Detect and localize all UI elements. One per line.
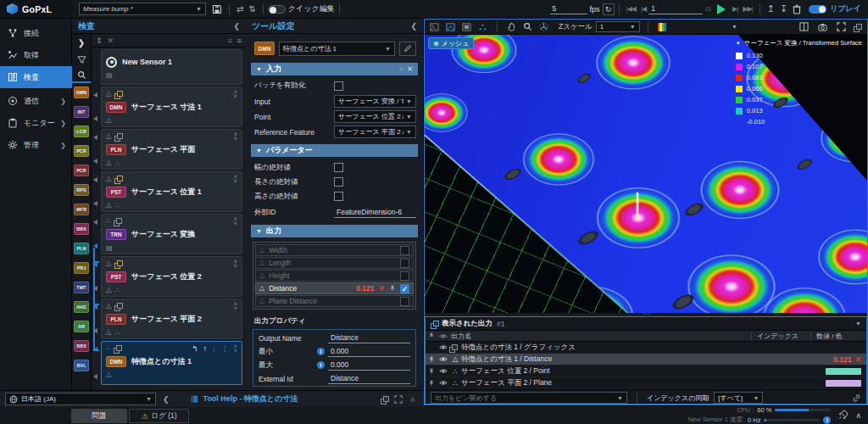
length-absolute-checkbox[interactable] [334,177,343,187]
external-id-input[interactable]: FeatureDimension-6 [334,208,416,218]
sidebar-item-inspect[interactable]: 検査 [0,66,72,88]
tool-help-link[interactable]: Tool Help - 特徴点との寸法 [203,393,298,404]
pin-icon[interactable] [426,368,437,375]
tool-badge-bvl[interactable]: BVL [74,360,89,371]
external-id-prop-input[interactable]: Distance [328,374,410,384]
frame-input[interactable]: 1 [648,4,703,14]
tool-badge-mfr[interactable]: MFR [74,204,89,215]
sensor-card[interactable]: New Sensor 1 ▤ [101,49,242,85]
eye-icon[interactable] [437,380,449,386]
filter-icon[interactable] [72,51,91,68]
tool-card-surface-plane[interactable]: △∧∨ PLNサーフェース 平面 △∴ [101,129,242,170]
next-frame-button[interactable]: ▶| [730,5,740,13]
output-item-height[interactable]: △ Height [255,270,414,282]
reorder-icon[interactable]: ∧∨ [234,302,237,310]
move-down-icon[interactable]: ↓ [212,344,216,353]
surface-3d-viewport[interactable]: ⊕ メッシュ ▼ サーフェース 変換 / Transformed Surface… [425,35,867,313]
swap-vertical-icon[interactable]: ⇅ [246,4,258,14]
tool-card-surface-position-1[interactable]: △∧∨ PSTサーフェース 位置 1 △∴ [101,171,242,212]
tool-badge-bbx[interactable]: BBX [74,223,89,235]
image-view-icon[interactable] [428,21,441,33]
surface-view-icon[interactable] [460,21,473,33]
colormap-palette-icon[interactable] [656,21,669,33]
search-icon[interactable] [72,68,91,83]
selected-tool-select[interactable]: 特徴点との寸法 1 ▼ [279,42,395,56]
pin-output-combobox[interactable]: 出力をピン留めする ▼ [431,392,627,404]
height-absolute-checkbox[interactable] [334,192,343,201]
max-input[interactable]: 0.000 [328,360,410,371]
zoom-icon[interactable] [521,21,534,33]
performance-rocket-icon[interactable] [837,410,849,421]
link-icon[interactable] [852,393,861,403]
tool-card-surface-plane-2[interactable]: △∧∨ PLNサーフェース 平面 2 △∴ [101,298,242,339]
output-row-distance[interactable]: △ 特徴点との寸法 1 / Distance 0.121✕ [426,354,866,365]
tool-badge-tmt[interactable]: TMT [74,282,89,293]
reorder-icon[interactable]: ∧∨ [234,90,237,98]
reorder-icon[interactable]: ∧∨ [234,259,237,268]
last-frame-button[interactable]: ▶▶| [740,5,754,13]
info-icon[interactable]: i [823,416,831,424]
download-icon[interactable]: ↧ [777,3,790,14]
move-up-icon[interactable]: ↑ [203,344,208,353]
batch-enable-checkbox[interactable] [334,81,343,91]
reorder-icon[interactable]: ∧∨ [234,132,237,141]
loop-playback-button[interactable]: ↻ [603,3,615,15]
edit-tool-name-button[interactable] [399,42,416,56]
pin-icon[interactable] [426,380,437,387]
output-row-graphics[interactable]: 特徴点との寸法 1 / グラフィックス [426,342,866,354]
split-view-icon[interactable] [798,21,810,33]
collapse-section-icon[interactable]: ✕ [407,65,413,73]
grid-view-icon[interactable]: ≡ [237,36,242,45]
tool-badge-prj[interactable]: PRJ [74,262,89,274]
tool-card-surface-dimension-1[interactable]: △∧∨ DMNサーフェース 寸法 1 △ [101,86,242,127]
undo-icon[interactable]: ↰ [192,344,198,353]
tool-badge-lcr[interactable]: LCR [74,126,89,137]
tool-badge-ahg[interactable]: AHG [74,301,89,313]
fullscreen-icon[interactable] [394,395,403,404]
sidebar-item-manage[interactable]: 管理 ❯ [0,134,72,156]
job-select[interactable]: Measure bump * ▼ [79,3,206,15]
pan-hand-icon[interactable] [505,21,518,33]
rotate-3d-icon[interactable] [537,21,550,33]
output-item-width[interactable]: △ Width [255,244,414,256]
first-frame-button[interactable]: |◀◀ [624,5,638,13]
section-header-parameters[interactable]: ▼パラメーター [251,144,418,157]
output-enable-checkbox[interactable]: ✓ [400,284,409,293]
tab-problems[interactable]: 問題 [71,409,127,423]
pin-icon[interactable] [389,285,396,292]
tool-badge-dmn[interactable]: DMN [74,86,89,98]
eye-icon[interactable] [437,368,449,374]
output-enable-checkbox[interactable] [400,297,409,306]
tab-log[interactable]: ⚠ ログ (1) [129,409,189,423]
point-cloud-view-icon[interactable] [476,21,489,33]
tool-badge-pcr[interactable]: PCR [74,145,89,157]
reference-feature-select[interactable]: サーフェース 平面 2 /...▼ [334,126,416,138]
sidebar-item-acquire[interactable]: 取得 [0,44,72,66]
output-enable-checkbox[interactable] [400,259,409,268]
collapse-panel-icon[interactable]: ❮ [410,22,417,31]
expand-status-icon[interactable]: ∧ [855,411,861,420]
width-absolute-checkbox[interactable] [334,163,343,172]
trash-icon[interactable] [790,4,804,14]
kebab-menu-icon[interactable]: ⋮ [221,344,229,353]
popout-icon[interactable] [381,396,387,403]
sort-icon[interactable]: ⇕ [96,36,103,45]
sidebar-item-monitor[interactable]: モニター ❯ [0,112,72,134]
reset-section-icon[interactable]: ○ [398,65,403,73]
pin-icon[interactable] [426,356,437,363]
reorder-icon[interactable]: ∧∨ [234,175,237,183]
reorder-icon[interactable]: ∧∨ [234,344,237,353]
mesh-toggle-button[interactable]: ⊕ メッシュ [428,37,474,49]
replay-toggle[interactable] [809,5,826,14]
output-item-plane-distance[interactable]: △ Plane Distance [255,295,414,307]
section-header-output[interactable]: ▼出力 [251,225,418,237]
fps-input[interactable]: 5 [550,4,587,14]
list-view-icon[interactable]: ≡ [227,36,231,45]
output-row-plane[interactable]: ∴ サーフェース 平面 2 / Plane [426,377,866,389]
output-enable-checkbox[interactable] [400,271,409,281]
output-name-input[interactable]: Distance [328,333,410,343]
eye-icon[interactable] [437,356,449,362]
swap-horizontal-icon[interactable]: ⇄ [234,4,246,14]
index-sync-select[interactable]: [すべて] ▼ [714,392,763,404]
layers-icon[interactable] [854,24,860,31]
